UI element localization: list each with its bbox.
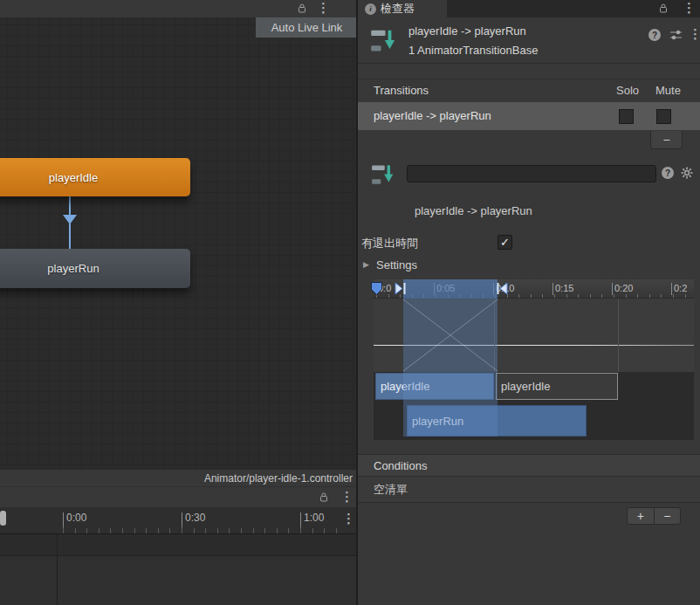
timeline-ruler[interactable]: 0:0 0:05 0:10 0:15 0:20 0:2 bbox=[374, 279, 694, 299]
mute-column-label: Mute bbox=[655, 84, 681, 97]
conditions-empty-list: 空清單 bbox=[358, 477, 700, 503]
ruler-tick-label: 0:00 bbox=[63, 512, 86, 526]
has-exit-time-checkbox[interactable]: ✓ bbox=[498, 235, 512, 250]
clip-bar-playerrun[interactable]: playerRun bbox=[407, 405, 587, 437]
timeline-tick-label: 0:15 bbox=[552, 283, 573, 295]
solo-checkbox[interactable] bbox=[619, 109, 634, 124]
menu-kebab-icon[interactable]: ⋮ bbox=[340, 491, 353, 503]
transition-arrow-icon[interactable] bbox=[63, 215, 77, 224]
ruler-tick-label: 1:00 bbox=[300, 512, 324, 526]
playhead-pin-icon[interactable] bbox=[370, 281, 383, 296]
timeline-tick-label: 0:20 bbox=[612, 283, 633, 295]
conditions-empty-label: 空清單 bbox=[374, 482, 408, 498]
animator-transition-icon bbox=[370, 27, 396, 53]
animation-timeline-ruler[interactable]: 0:00 0:30 1:00 ⋮ bbox=[0, 507, 358, 534]
transitions-section-header: Transitions Solo Mute bbox=[358, 79, 700, 101]
tab-inspector[interactable]: i 檢查器 bbox=[358, 0, 447, 17]
dopesheet-area[interactable] bbox=[0, 556, 358, 605]
remove-condition-button[interactable]: − bbox=[655, 508, 681, 524]
dopesheet-divider bbox=[57, 534, 58, 605]
transition-list-row[interactable]: playerIdle -> playerRun bbox=[358, 102, 700, 130]
inspector-header: playerIdle -> playerRun 1 AnimatorTransi… bbox=[358, 17, 700, 64]
inspector-panel: i 檢查器 ⋮ playerIdle -> playerRun 1 Animat… bbox=[358, 0, 700, 605]
inspector-tabbar: i 檢查器 ⋮ bbox=[358, 0, 700, 17]
animator-topbar: ⋮ bbox=[0, 0, 358, 17]
animator-panel: ⋮ Auto Live Link playerIdle playerRun An… bbox=[0, 0, 358, 605]
state-node-playerrun[interactable]: playerRun bbox=[0, 249, 190, 288]
state-node-playeridle[interactable]: playerIdle bbox=[0, 158, 190, 196]
transitions-label: Transitions bbox=[374, 84, 429, 97]
foldout-icon[interactable]: ▶ bbox=[363, 260, 369, 269]
blend-curve-line bbox=[374, 345, 694, 346]
info-icon: i bbox=[365, 3, 376, 15]
transition-start-marker[interactable] bbox=[395, 282, 406, 295]
tab-label: 檢查器 bbox=[381, 1, 415, 17]
conditions-section-header: Conditions bbox=[358, 454, 700, 477]
add-condition-button[interactable]: + bbox=[628, 508, 655, 524]
object-subtitle: 1 AnimatorTransitionBase bbox=[408, 44, 538, 57]
object-title: playerIdle -> playerRun bbox=[408, 24, 526, 38]
solo-column-label: Solo bbox=[616, 84, 639, 97]
dopesheet-row[interactable] bbox=[0, 534, 358, 556]
transition-preview-area[interactable] bbox=[374, 299, 694, 372]
has-exit-time-label: 有退出時間 bbox=[361, 236, 418, 251]
transition-end-marker[interactable] bbox=[497, 282, 508, 295]
conditions-label: Conditions bbox=[374, 459, 427, 472]
animator-transition-icon bbox=[371, 162, 395, 186]
controller-path-bar: Animator/player-idle-1.controller bbox=[0, 469, 358, 486]
conditions-list-footer: + − bbox=[627, 507, 681, 525]
animation-window-titlebar: ⋮ bbox=[0, 486, 358, 507]
lock-icon[interactable] bbox=[297, 3, 307, 14]
timeline-tracks: playerIdle playerIdle playerRun bbox=[374, 372, 694, 440]
transition-name-input[interactable] bbox=[407, 165, 656, 182]
controller-path: Animator/player-idle-1.controller bbox=[204, 472, 353, 485]
transition-row-label: playerIdle -> playerRun bbox=[374, 109, 491, 122]
auto-live-link-button[interactable]: Auto Live Link bbox=[256, 17, 358, 38]
gear-icon[interactable] bbox=[681, 167, 693, 179]
settings-foldout-label[interactable]: Settings bbox=[376, 258, 417, 272]
mute-checkbox[interactable] bbox=[656, 109, 671, 124]
transition-timeline: 0:0 0:05 0:10 0:15 0:20 0:2 playerIdle p… bbox=[374, 279, 694, 440]
timeline-tick-label: 0:05 bbox=[434, 283, 455, 295]
ruler-tick-label: 0:30 bbox=[182, 512, 205, 526]
menu-kebab-icon[interactable]: ⋮ bbox=[342, 512, 355, 525]
unity-editor: ⋮ Auto Live Link playerIdle playerRun An… bbox=[0, 0, 700, 605]
timeline-tick-label: 0:2 bbox=[671, 283, 687, 295]
preset-icon[interactable] bbox=[669, 29, 683, 41]
checkmark-icon: ✓ bbox=[500, 236, 510, 249]
menu-kebab-icon[interactable]: ⋮ bbox=[317, 2, 330, 14]
help-icon[interactable]: ? bbox=[649, 29, 661, 41]
state-machine-canvas[interactable] bbox=[0, 17, 358, 469]
menu-kebab-icon[interactable]: ⋮ bbox=[683, 2, 696, 14]
lock-icon[interactable] bbox=[658, 3, 669, 14]
vertical-scrollbar-thumb[interactable] bbox=[0, 511, 6, 526]
help-icon[interactable]: ? bbox=[662, 167, 674, 179]
lock-icon[interactable] bbox=[319, 492, 329, 503]
clip-bar-playeridle[interactable]: playerIdle bbox=[375, 373, 494, 400]
clip-bar-playeridle-next[interactable]: playerIdle bbox=[496, 373, 618, 400]
transition-name: playerIdle -> playerRun bbox=[415, 204, 532, 217]
remove-transition-button[interactable]: − bbox=[650, 131, 683, 149]
menu-kebab-icon[interactable]: ⋮ bbox=[689, 28, 700, 40]
